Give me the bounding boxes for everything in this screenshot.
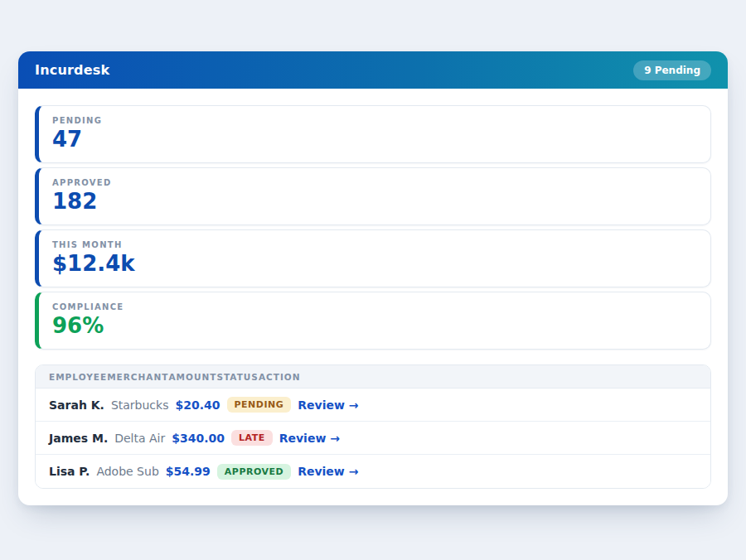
stat-label: THIS MONTH bbox=[52, 240, 697, 249]
stat-card-pending: PENDING 47 bbox=[35, 105, 711, 163]
review-link[interactable]: Review → bbox=[298, 398, 358, 412]
merchant-name: Starbucks bbox=[111, 398, 169, 412]
table-header-row: EMPLOYEEMERCHANTAMOUNTSTATUSACTION bbox=[36, 365, 710, 389]
table-row: James M. Delta Air $340.00 LATE Review → bbox=[36, 422, 710, 455]
status-badge: LATE bbox=[231, 430, 273, 446]
stat-card-approved: APPROVED 182 bbox=[35, 167, 711, 225]
expense-amount: $20.40 bbox=[175, 398, 220, 412]
stat-label: PENDING bbox=[52, 116, 697, 125]
incurdesk-panel: Incurdesk 9 Pending PENDING 47 APPROVED … bbox=[18, 51, 728, 505]
employee-name: Lisa P. bbox=[49, 465, 90, 478]
column-header-employee: EMPLOYEE bbox=[49, 372, 107, 382]
panel-body: PENDING 47 APPROVED 182 THIS MONTH $12.4… bbox=[18, 89, 728, 505]
employee-name: Sarah K. bbox=[49, 398, 104, 412]
review-link[interactable]: Review → bbox=[279, 432, 340, 445]
table-row: Sarah K. Starbucks $20.40 PENDING Review… bbox=[36, 389, 710, 422]
column-header-merchant: MERCHANT bbox=[107, 372, 168, 382]
stat-value: 47 bbox=[52, 128, 697, 152]
column-header-amount: AMOUNT bbox=[168, 372, 216, 382]
stat-value: $12.4k bbox=[52, 252, 697, 277]
table-row: Lisa P. Adobe Sub $54.99 APPROVED Review… bbox=[36, 455, 710, 488]
pending-count-badge: 9 Pending bbox=[633, 60, 711, 80]
expense-amount: $340.00 bbox=[172, 432, 225, 445]
expense-table: EMPLOYEEMERCHANTAMOUNTSTATUSACTION Sarah… bbox=[35, 364, 711, 489]
status-badge: APPROVED bbox=[217, 464, 291, 480]
merchant-name: Adobe Sub bbox=[96, 465, 158, 478]
stat-label: COMPLIANCE bbox=[52, 302, 697, 311]
status-badge: PENDING bbox=[227, 397, 292, 413]
review-link[interactable]: Review → bbox=[298, 465, 358, 478]
expense-amount: $54.99 bbox=[166, 465, 211, 478]
app-title: Incurdesk bbox=[35, 62, 109, 78]
app-header: Incurdesk 9 Pending bbox=[18, 51, 728, 89]
stat-value: 96% bbox=[52, 314, 697, 339]
column-header-action: ACTION bbox=[259, 372, 301, 382]
employee-name: James M. bbox=[49, 432, 108, 445]
stat-card-this-month: THIS MONTH $12.4k bbox=[35, 229, 711, 287]
stat-card-compliance: COMPLIANCE 96% bbox=[35, 292, 711, 350]
stat-label: APPROVED bbox=[52, 178, 697, 187]
stat-value: 182 bbox=[52, 190, 697, 215]
merchant-name: Delta Air bbox=[114, 432, 165, 445]
column-header-status: STATUS bbox=[216, 372, 258, 382]
